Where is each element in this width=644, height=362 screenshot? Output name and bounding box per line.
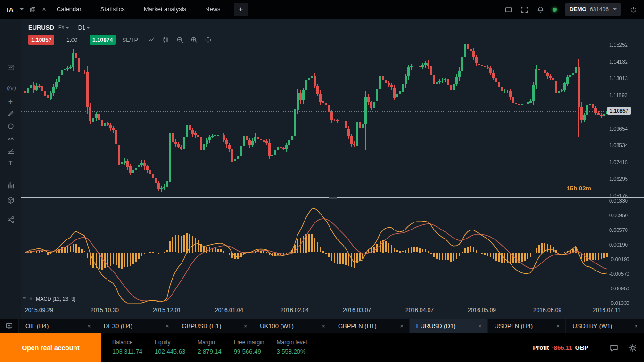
- stat-balance: Balance103 311.74: [112, 339, 142, 355]
- splitter-handle-icon[interactable]: [329, 197, 337, 199]
- market-label: FX: [58, 25, 65, 30]
- new-chart-button[interactable]: [0, 319, 19, 333]
- volume-minus-button[interactable]: −: [59, 36, 63, 43]
- workspace-switcher[interactable]: TA ×: [0, 0, 52, 19]
- zoom-out-icon[interactable]: [176, 36, 184, 44]
- chart-tab-gbppln-h1[interactable]: GBPPLN (H1)×: [331, 319, 410, 333]
- zoom-in-icon[interactable]: [190, 36, 198, 44]
- chart-tab-label: UK100 (W1): [260, 322, 294, 329]
- macd-axis-label: 0.01330: [609, 198, 628, 204]
- add-panel-button[interactable]: +: [234, 3, 248, 16]
- pan-icon[interactable]: [204, 36, 212, 44]
- tool-fx-icon[interactable]: f(x): [0, 82, 21, 95]
- close-tab-icon[interactable]: ×: [244, 322, 248, 329]
- tool-fibonacci-icon[interactable]: [0, 145, 21, 157]
- timeframe-selector[interactable]: D1: [78, 25, 90, 31]
- chart-tab-label: GBPUSD (H1): [182, 322, 222, 329]
- indicator-menu-icon[interactable]: ≡: [23, 296, 26, 302]
- tool-waves-icon[interactable]: [0, 133, 21, 145]
- logout-icon[interactable]: [629, 6, 637, 14]
- gear-icon[interactable]: [628, 343, 637, 353]
- chart-toolbar: [148, 36, 212, 44]
- chat-icon[interactable]: [609, 343, 619, 353]
- close-tab-icon[interactable]: ×: [165, 322, 169, 329]
- top-tab-statistics[interactable]: Statistics: [91, 0, 134, 19]
- tool-circle-icon[interactable]: [0, 120, 21, 132]
- top-tab-calendar[interactable]: Calendar: [47, 0, 91, 19]
- restore-layout-icon[interactable]: [29, 6, 36, 13]
- price-axis-label: 1.13013: [609, 75, 628, 81]
- close-tab-icon[interactable]: ×: [400, 322, 404, 329]
- panel-splitter[interactable]: [21, 197, 644, 198]
- account-stats: Balance103 311.74Equity102 445.63Margin2…: [112, 339, 307, 355]
- stat-equity: Equity102 445.63: [155, 339, 185, 355]
- open-real-account-button[interactable]: Open real account: [0, 333, 101, 362]
- sltp-button[interactable]: SL/TP: [122, 37, 138, 43]
- top-tab-market-analysis[interactable]: Market analysis: [134, 0, 196, 19]
- timeframe-label: D1: [78, 25, 85, 31]
- close-tab-icon[interactable]: ×: [87, 322, 91, 329]
- chart-tabs-bar: OIL (H4)×DE30 (H4)×GBPUSD (H1)×UK100 (W1…: [0, 319, 644, 333]
- macd-axis-label: 0.00570: [609, 227, 628, 233]
- close-tab-icon[interactable]: ×: [478, 322, 482, 329]
- account-mode-label: DEMO: [570, 6, 586, 13]
- profit-label: Profit: [533, 344, 549, 351]
- notifications-icon[interactable]: [537, 6, 545, 14]
- chart-tab-oil-h4[interactable]: OIL (H4)×: [19, 319, 97, 333]
- chart-tab-de30-h4[interactable]: DE30 (H4)×: [97, 319, 175, 333]
- stat-label: Balance: [112, 339, 142, 346]
- status-icons: [609, 333, 637, 362]
- date-axis-label: 2015.10.30: [91, 307, 119, 313]
- profit-currency: GBP: [575, 344, 588, 351]
- close-tab-icon[interactable]: ×: [556, 322, 560, 329]
- chart-tab-label: USDTRY (W1): [572, 322, 612, 329]
- date-axis-label: 2016.01.04: [215, 307, 243, 313]
- symbol-name[interactable]: EURUSD: [28, 24, 54, 31]
- sell-button[interactable]: 1.10857: [28, 35, 54, 45]
- price-axis-label: 1.09654: [609, 126, 628, 132]
- chart-tab-usdtry-w1[interactable]: USDTRY (W1)×: [566, 319, 644, 333]
- chart-tab-gbpusd-h1[interactable]: GBPUSD (H1)×: [175, 319, 254, 333]
- top-bar: TA × CalendarStatisticsMarket analysisNe…: [0, 0, 644, 19]
- stat-label: Margin: [198, 339, 222, 346]
- tool-objects-icon[interactable]: [0, 194, 21, 206]
- chart-tab-usdpln-h4[interactable]: USDPLN (H4)×: [488, 319, 566, 333]
- workspace-name[interactable]: TA: [6, 6, 13, 13]
- chart-tab-uk100-w1[interactable]: UK100 (W1)×: [253, 319, 331, 333]
- buy-button[interactable]: 1.10874: [90, 35, 116, 45]
- stat-value: 103 311.74: [112, 348, 142, 355]
- volume-plus-button[interactable]: +: [81, 36, 85, 43]
- indicator-remove-icon[interactable]: ×: [29, 296, 33, 302]
- line-chart-type-icon[interactable]: [148, 36, 156, 44]
- macd-axis-label: -0.01330: [609, 300, 629, 306]
- price-chart-canvas[interactable]: [21, 19, 644, 306]
- layout-icon[interactable]: [504, 6, 512, 14]
- tool-crosshair-icon[interactable]: +: [0, 96, 21, 108]
- volume-value[interactable]: 1.00: [66, 37, 77, 43]
- close-tab-icon[interactable]: ×: [322, 322, 325, 329]
- account-selector[interactable]: DEMO 631406: [565, 3, 621, 16]
- fullscreen-icon[interactable]: [520, 6, 528, 14]
- tool-text-icon[interactable]: T: [0, 156, 21, 169]
- close-tab-icon[interactable]: ×: [634, 322, 638, 329]
- price-axis-label: 1.08534: [609, 142, 628, 148]
- stat-value: 2 879.14: [198, 348, 222, 355]
- chevron-down-icon: [66, 27, 69, 29]
- stat-value: 102 445.63: [155, 348, 185, 355]
- tool-pencil-icon[interactable]: [0, 107, 21, 120]
- candle-chart-type-icon[interactable]: [162, 36, 170, 44]
- tool-share-icon[interactable]: [0, 214, 21, 226]
- date-axis-label: 2016.03.07: [343, 307, 371, 313]
- market-selector[interactable]: FX: [58, 25, 69, 30]
- tool-chart-window-icon[interactable]: [0, 61, 21, 74]
- price-axis-label: 1.15252: [609, 42, 628, 48]
- chart-tab-label: OIL (H4): [25, 322, 49, 329]
- symbol-header: EURUSD FX D1: [28, 24, 90, 31]
- profit-summary: Profit -866.11 GBP: [533, 333, 589, 362]
- tool-histogram-icon[interactable]: [0, 179, 21, 191]
- top-tab-news[interactable]: News: [196, 0, 230, 19]
- chart-tab-eurusd-d1[interactable]: EURUSD (D1)×: [410, 319, 488, 333]
- price-axis-label: 1.07415: [609, 159, 628, 165]
- current-price-tag: 1.10857: [607, 107, 631, 115]
- close-workspace-icon[interactable]: ×: [42, 6, 46, 13]
